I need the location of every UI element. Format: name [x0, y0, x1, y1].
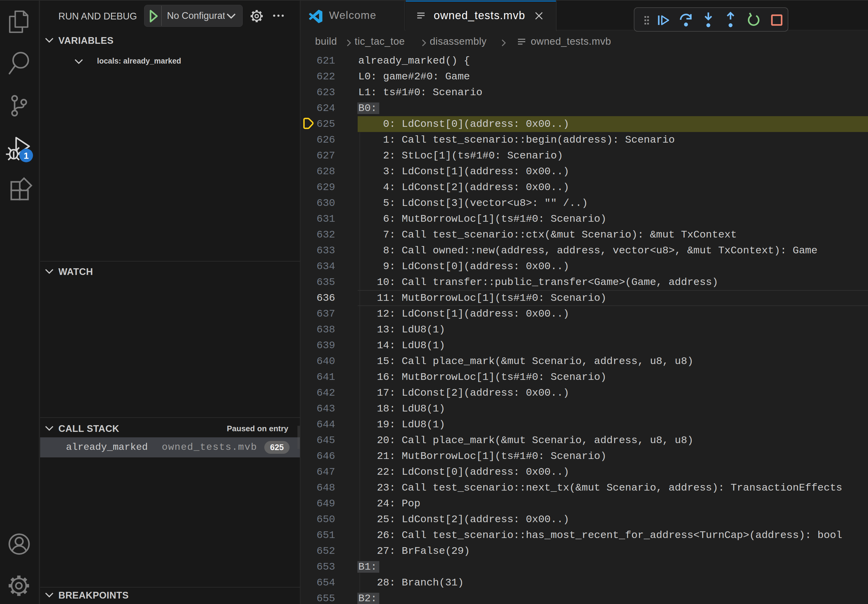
svg-text:1: 1	[24, 150, 29, 161]
